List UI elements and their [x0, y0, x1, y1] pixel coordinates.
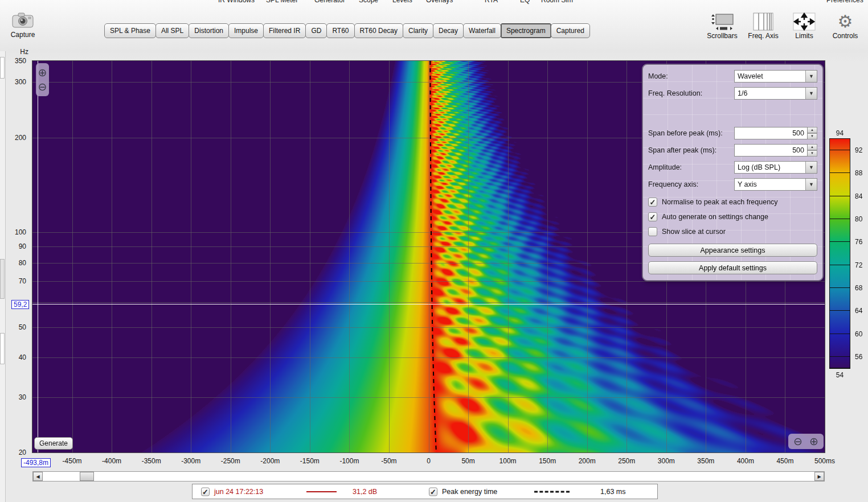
colorbar-band-80-76 [830, 219, 850, 242]
spinner-down-icon[interactable]: ▼ [808, 133, 817, 139]
zoom-in-icon[interactable]: ⊕ [38, 67, 47, 78]
controls-button[interactable]: ⚙ Controls [825, 11, 866, 40]
tab-waterfall[interactable]: Waterfall [463, 23, 501, 38]
frequency-axis-label: Frequency axis: [648, 180, 698, 188]
peak-energy-checkbox[interactable]: ✓ [429, 487, 437, 496]
mode-row: Mode: Wavelet ▼ [648, 69, 817, 83]
span-before-value[interactable]: 500 [734, 127, 808, 139]
x-tick-150m: 150m [539, 457, 556, 465]
spectrogram-settings-panel: Mode: Wavelet ▼ Freq. Resolution: 1/6 ▼ … [642, 64, 824, 281]
measurement-checkbox[interactable]: ✓ [201, 487, 210, 496]
freq-resolution-select[interactable]: 1/6 ▼ [734, 87, 817, 100]
zoom-out-icon[interactable]: ⊖ [793, 436, 803, 447]
tab-spl-phase[interactable]: SPL & Phase [104, 23, 156, 38]
freq-axis-label: Freq. Axis [748, 32, 778, 40]
colorbar-band-60-56 [830, 334, 850, 357]
amplitude-value: Log (dB SPL) [735, 162, 805, 173]
rew-spectrogram-window: IR WindowsSPL MeterGeneratorScopeLevelsO… [0, 0, 868, 502]
auto-generate-checkbox-row[interactable]: ✓ Auto generate on settings change [648, 209, 817, 224]
chevron-down-icon[interactable]: ▼ [805, 71, 817, 82]
span-after-row: Span after peak (ms): 500 ▲▼ [648, 143, 817, 157]
tab-impulse[interactable]: Impulse [228, 23, 264, 38]
chevron-down-icon[interactable]: ▼ [805, 162, 817, 173]
y-axis-unit-label: Hz [0, 48, 28, 56]
chevron-down-icon[interactable]: ▼ [805, 179, 817, 190]
frequency-axis-select[interactable]: Y axis ▼ [734, 178, 817, 191]
span-before-spinner[interactable]: 500 ▲▼ [734, 127, 817, 139]
tab-filtered-ir[interactable]: Filtered IR [263, 23, 306, 38]
y-tick-30: 30 [19, 393, 26, 401]
mode-label: Mode: [648, 72, 668, 80]
menu-item-scope[interactable]: Scope [359, 0, 378, 5]
scrollbars-button[interactable]: Scrollbars [702, 11, 743, 40]
span-after-spinner[interactable]: 500 ▲▼ [734, 144, 817, 157]
limits-button[interactable]: Limits [784, 11, 825, 40]
scroll-left-icon[interactable]: ◀ [33, 472, 43, 481]
normalise-checkbox[interactable]: ✓ [648, 197, 657, 207]
freq-axis-button[interactable]: Freq. Axis [743, 11, 784, 40]
amplitude-row: Amplitude: Log (dB SPL) ▼ [648, 161, 817, 174]
tab-all-spl[interactable]: All SPL [155, 23, 189, 38]
measurement-line-swatch [306, 491, 337, 492]
tab-rt60[interactable]: RT60 [326, 23, 354, 38]
colorbar-tick-64: 64 [855, 307, 862, 315]
menu-item-levels[interactable]: Levels [392, 0, 412, 5]
tab-clarity[interactable]: Clarity [403, 23, 433, 38]
tab-decay[interactable]: Decay [433, 23, 464, 38]
appearance-settings-button[interactable]: Appearance settings [648, 244, 817, 257]
auto-generate-checkbox[interactable]: ✓ [648, 212, 657, 221]
x-tick--100m: -100m [339, 457, 359, 465]
zoom-in-icon[interactable]: ⊕ [809, 436, 818, 447]
menu-item-eq[interactable]: EQ [520, 0, 530, 5]
x-axis-ticks: -450m-400m-350m-300m-250m-200m-150m-100m… [32, 457, 825, 466]
y-zoom-controls: ⊕ ⊖ [36, 63, 49, 96]
menu-item-rta[interactable]: RTA [485, 0, 498, 5]
normalise-checkbox-row[interactable]: ✓ Normalise to peak at each frequency [648, 195, 817, 209]
scroll-right-icon[interactable]: ▶ [814, 472, 824, 481]
y-tick-100: 100 [15, 228, 26, 236]
show-slice-checkbox-row[interactable]: ✓ Show slice at cursor [648, 224, 817, 239]
spinner-up-icon[interactable]: ▲ [808, 127, 817, 133]
tab-gd[interactable]: GD [305, 23, 327, 38]
menu-item-generator[interactable]: Generator [314, 0, 345, 5]
apply-default-settings-button[interactable]: Apply default settings [648, 261, 817, 274]
colorbar-band-72-68 [830, 265, 850, 288]
tab-rt60-decay[interactable]: RT60 Decay [354, 23, 403, 38]
y-tick-350: 350 [15, 57, 26, 65]
tab-captured[interactable]: Captured [551, 23, 590, 38]
colorbar-tick-76: 76 [855, 238, 862, 246]
chevron-down-icon[interactable]: ▼ [805, 88, 817, 99]
show-slice-checkbox[interactable]: ✓ [648, 227, 657, 236]
menu-item-spl-meter[interactable]: SPL Meter [266, 0, 298, 5]
y-tick-50: 50 [19, 323, 26, 331]
tab-spectrogram[interactable]: Spectrogram [501, 23, 551, 38]
span-after-value[interactable]: 500 [734, 144, 808, 157]
x-tick--400m: -400m [102, 457, 121, 465]
x-tick-350m: 350m [697, 457, 714, 465]
colorbar-band-84-80 [830, 196, 850, 219]
menu-item-overlays[interactable]: Overlays [426, 0, 453, 5]
spinner-up-icon[interactable]: ▲ [808, 144, 817, 150]
menu-item-preferences[interactable]: Preferences [826, 0, 863, 5]
colorbar-band-64-60 [830, 311, 850, 334]
x-tick-200m: 200m [579, 457, 596, 465]
y-tick-200: 200 [15, 134, 26, 142]
zoom-out-icon[interactable]: ⊖ [38, 81, 47, 92]
spinner-down-icon[interactable]: ▼ [808, 150, 817, 157]
mode-select[interactable]: Wavelet ▼ [734, 70, 817, 83]
show-slice-label: Show slice at cursor [662, 228, 726, 236]
capture-button[interactable]: Capture [5, 11, 41, 39]
x-tick--350m: -350m [142, 457, 161, 465]
menu-item-room-sim[interactable]: Room Sim [541, 0, 573, 5]
cursor-freq-readout: 59,2 [11, 300, 29, 309]
time-scrollbar[interactable]: ◀ ▶ [32, 471, 825, 482]
amplitude-select[interactable]: Log (dB SPL) ▼ [734, 161, 817, 174]
scrollbars-icon [709, 11, 735, 32]
generate-button[interactable]: Generate [34, 437, 73, 450]
x-tick--50m: -50m [381, 457, 396, 465]
scrollbar-thumb[interactable] [80, 472, 94, 481]
tab-distortion[interactable]: Distortion [189, 23, 229, 38]
y-axis-ticks: 35030020010090807050403020 [0, 61, 28, 452]
y-tick-90: 90 [19, 242, 26, 250]
menu-item-ir-windows[interactable]: IR Windows [218, 0, 255, 5]
